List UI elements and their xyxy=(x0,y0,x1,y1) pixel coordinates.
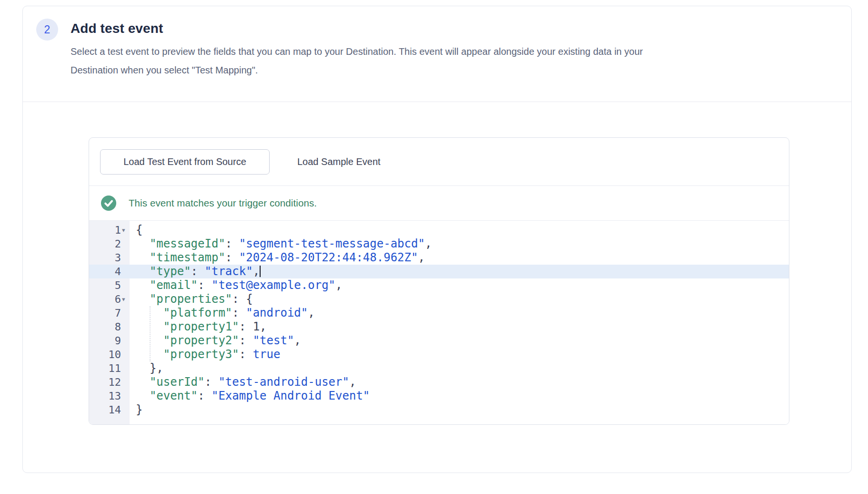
code-line[interactable]: "event": "Example Android Event" xyxy=(130,389,789,403)
line-number-label: 8 xyxy=(115,320,121,334)
code-line[interactable]: "type": "track", xyxy=(130,265,789,278)
code-line[interactable]: "property2": "test", xyxy=(130,334,789,348)
line-number-label: 1 xyxy=(115,223,121,237)
code-line[interactable]: "messageId": "segment-test-message-abcd"… xyxy=(130,237,789,251)
line-number: 12 xyxy=(89,375,130,389)
line-number: 8 xyxy=(89,320,130,334)
event-toolbar: Load Test Event from Source Load Sample … xyxy=(89,138,789,186)
line-number-label: 11 xyxy=(109,361,121,375)
code-line[interactable]: { xyxy=(130,223,789,237)
json-code-editor[interactable]: 1▾23456▾7891011121314 { "messageId": "se… xyxy=(89,221,789,425)
step-description-line-2: Destination when you select "Test Mappin… xyxy=(71,61,643,80)
line-number-label: 13 xyxy=(109,389,121,403)
editor-gutter: 1▾23456▾7891011121314 xyxy=(89,221,130,425)
step-description-line-1: Select a test event to preview the field… xyxy=(71,42,643,61)
test-event-panel: Load Test Event from Source Load Sample … xyxy=(89,137,789,425)
indent-guide xyxy=(150,306,151,361)
line-number-label: 3 xyxy=(115,251,121,265)
code-line[interactable]: "timestamp": "2024-08-20T22:44:48.962Z", xyxy=(130,251,789,265)
line-number-label: 9 xyxy=(115,334,121,348)
line-number-label: 14 xyxy=(109,403,121,417)
text-cursor xyxy=(260,266,261,277)
line-number: 13 xyxy=(89,389,130,403)
code-line[interactable]: "properties": { xyxy=(130,292,789,306)
code-line[interactable]: "platform": "android", xyxy=(130,306,789,320)
line-number: 14 xyxy=(89,403,130,417)
trigger-match-message: This event matches your trigger conditio… xyxy=(129,197,317,209)
code-line[interactable]: "email": "test@example.org", xyxy=(130,278,789,292)
code-line[interactable]: "property3": true xyxy=(130,348,789,361)
line-number-label: 6 xyxy=(115,292,121,306)
line-number-label: 5 xyxy=(115,278,121,292)
line-number: 6▾ xyxy=(89,292,130,306)
line-number-label: 7 xyxy=(115,306,121,320)
step-header-text: Add test event Select a test event to pr… xyxy=(71,19,643,80)
line-number: 4 xyxy=(89,265,130,278)
step-description: Select a test event to preview the field… xyxy=(71,42,643,80)
line-number: 2 xyxy=(89,237,130,251)
fold-arrow-icon[interactable]: ▾ xyxy=(121,223,130,237)
line-number-label: 12 xyxy=(109,375,121,389)
add-test-event-card: 2 Add test event Select a test event to … xyxy=(22,6,852,473)
code-line[interactable]: "property1": 1, xyxy=(130,320,789,334)
step-number: 2 xyxy=(44,23,50,36)
line-number: 3 xyxy=(89,251,130,265)
line-number: 5 xyxy=(89,278,130,292)
trigger-status-row: This event matches your trigger conditio… xyxy=(89,186,789,221)
code-line[interactable]: } xyxy=(130,403,789,417)
load-test-event-from-source-button[interactable]: Load Test Event from Source xyxy=(100,149,270,175)
code-line[interactable]: "userId": "test-android-user", xyxy=(130,375,789,389)
step-number-badge: 2 xyxy=(36,19,58,41)
line-number-label: 2 xyxy=(115,237,121,251)
line-number-label: 10 xyxy=(109,348,121,361)
step-title: Add test event xyxy=(71,21,643,36)
fold-arrow-icon[interactable]: ▾ xyxy=(121,292,130,306)
line-number: 1▾ xyxy=(89,223,130,237)
load-sample-event-button[interactable]: Load Sample Event xyxy=(279,149,399,175)
editor-code[interactable]: { "messageId": "segment-test-message-abc… xyxy=(130,221,789,425)
code-line[interactable]: }, xyxy=(130,361,789,375)
check-circle-icon xyxy=(101,196,116,211)
line-number: 9 xyxy=(89,334,130,348)
line-number-label: 4 xyxy=(115,265,121,278)
line-number: 11 xyxy=(89,361,130,375)
step-header: 2 Add test event Select a test event to … xyxy=(23,6,851,102)
line-number: 10 xyxy=(89,348,130,361)
line-number: 7 xyxy=(89,306,130,320)
